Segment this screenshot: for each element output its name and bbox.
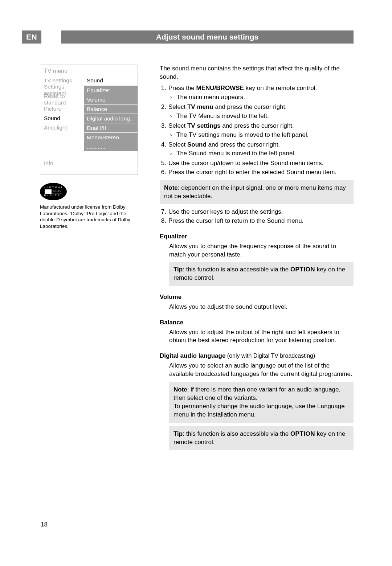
tv-menu-right-item: Balance <box>84 104 138 114</box>
note-text: : dependent on the input signal, one or … <box>164 184 346 200</box>
note-label: Note <box>164 184 178 191</box>
tv-menu-right-item: Mono/Stereo <box>84 132 138 142</box>
page-title: Adjust sound menu settings <box>61 30 354 44</box>
tv-menu-left-item: Reset to standard <box>40 95 84 104</box>
step-item: 2.Select TV menu and press the cursor ri… <box>160 103 354 121</box>
tv-menu-right-item: Equalizer <box>84 85 138 95</box>
dal-note-text: : if there is more than one variant for … <box>173 386 340 401</box>
step-bold: TV menu <box>187 103 213 110</box>
volume-paragraph: Allows you to adjust the sound output le… <box>169 303 354 311</box>
step-number: 7. <box>160 208 168 216</box>
dolby-block: V I R T U A L DOLBY D I G I T A L Manufa… <box>40 183 138 229</box>
tv-menu-info: Info <box>40 151 138 172</box>
steps-list-2: 7.Use the cursor keys to adjust the sett… <box>160 208 354 225</box>
section-body-volume: Allows you to adjust the sound output le… <box>160 303 354 311</box>
section-heading-equalizer: Equalizer <box>160 233 354 241</box>
page-body: TV menu TV settings Settings assistant R… <box>22 65 354 452</box>
step-sub-text: The TV settings menu is moved to the lef… <box>176 131 354 139</box>
dal-note-line2: To permanently change the audio language… <box>173 402 349 419</box>
language-tag: EN <box>22 30 41 44</box>
tip-box-equalizer: Tip: this function is also accessible vi… <box>169 262 354 286</box>
section-body-balance: Allows you to adjust the output of the r… <box>160 328 354 345</box>
tip-label: Tip <box>173 266 183 273</box>
section-body-equalizer: Allows you to change the frequency respo… <box>160 242 354 286</box>
page: EN Adjust sound menu settings TV menu TV… <box>0 0 392 566</box>
option-key: OPTION <box>290 430 315 437</box>
steps-list-1: 1.Press the MENU/BROWSE key on the remot… <box>160 84 354 177</box>
step-number: 4. <box>160 141 168 159</box>
option-key: OPTION <box>290 266 315 273</box>
tv-menu-box: TV menu TV settings Settings assistant R… <box>40 65 138 175</box>
tv-menu-right-item: ............ <box>84 142 138 151</box>
tv-menu-grid: TV settings Settings assistant Reset to … <box>40 76 138 151</box>
step-item: 8.Press the cursor left to return to the… <box>160 217 354 225</box>
step-sub-text: The Sound menu is moved to the left pane… <box>176 149 354 158</box>
step-number: 8. <box>160 217 168 225</box>
dolby-dd-row: DOLBY <box>45 189 62 194</box>
step-number: 6. <box>160 168 168 177</box>
section-heading-balance: Balance <box>160 319 354 327</box>
page-header: EN Adjust sound menu settings <box>22 30 354 44</box>
step-number: 5. <box>160 159 168 168</box>
equalizer-paragraph: Allows you to change the frequency respo… <box>169 242 354 259</box>
tv-menu-right-item: Volume <box>84 95 138 104</box>
step-body: Press the MENU/BROWSE key on the remote … <box>168 84 354 102</box>
tip-pre: : this function is also accessible via t… <box>183 266 290 273</box>
tv-menu-title: TV menu <box>40 65 138 76</box>
dolby-caption: Manufactured under license from Dolby La… <box>40 204 131 229</box>
step-sub: ▹The TV Menu is moved to the left. <box>168 112 354 120</box>
step-item: 5.Use the cursor up/down to select the S… <box>160 159 354 168</box>
step-body: Select Sound and press the cursor right.… <box>168 141 354 159</box>
step-body: Press the cursor left to return to the S… <box>168 217 354 225</box>
section-body-dal: Allows you to select an audio language o… <box>160 362 354 450</box>
tv-menu-left-col: TV settings Settings assistant Reset to … <box>40 76 84 151</box>
header-gap <box>41 30 61 44</box>
dolby-logo-top: V I R T U A L <box>44 186 63 189</box>
tv-menu-right-header: Sound <box>84 76 138 85</box>
right-column: The sound menu contains the settings tha… <box>160 65 354 452</box>
step-body: Use the cursor up/down to select the Sou… <box>168 159 354 168</box>
note-box-dal: Note: if there is more than one variant … <box>169 382 354 423</box>
triangle-right-icon: ▹ <box>168 93 176 101</box>
step-item: 4.Select Sound and press the cursor righ… <box>160 141 354 159</box>
tip-box-dal: Tip: this function is also accessible vi… <box>169 426 354 450</box>
step-number: 3. <box>160 122 168 140</box>
step-item: 6.Press the cursor right to enter the se… <box>160 168 354 177</box>
tv-menu-right-item: Dual I/II <box>84 123 138 132</box>
tv-menu-right-item: Digital audio lang.. <box>84 114 138 123</box>
step-item: 7.Use the cursor keys to adjust the sett… <box>160 208 354 216</box>
step-body: Select TV settings and press the cursor … <box>168 122 354 140</box>
dal-paren: (only with Digital TV broadcasting) <box>225 353 315 359</box>
section-heading-volume: Volume <box>160 293 354 302</box>
dolby-wordmark: DOLBY <box>52 190 62 193</box>
page-number: 18 <box>41 521 48 528</box>
intro-paragraph: The sound menu contains the settings tha… <box>160 65 354 81</box>
triangle-right-icon: ▹ <box>168 112 176 120</box>
tv-menu-left-item: Ambilight <box>40 123 84 132</box>
note-box: Note: dependent on the input signal, one… <box>160 180 354 204</box>
step-number: 1. <box>160 84 168 102</box>
balance-paragraph: Allows you to adjust the output of the r… <box>169 328 354 345</box>
tv-menu-left-item-selected: Sound <box>40 114 84 123</box>
dolby-d-left-icon <box>45 189 48 194</box>
step-number: 2. <box>160 103 168 121</box>
step-sub: ▹The main menu appears. <box>168 93 354 102</box>
dal-heading-text: Digital audio language <box>160 352 225 359</box>
triangle-right-icon: ▹ <box>168 149 176 157</box>
note-label: Note <box>173 386 187 393</box>
step-item: 1.Press the MENU/BROWSE key on the remot… <box>160 84 354 102</box>
dolby-d-right-icon <box>48 189 52 194</box>
step-body: Press the cursor right to enter the sele… <box>168 168 354 177</box>
section-heading-dal: Digital audio language (only with Digita… <box>160 352 354 360</box>
left-column: TV menu TV settings Settings assistant R… <box>40 65 138 452</box>
dal-note-line1: Note: if there is more than one variant … <box>173 386 349 402</box>
triangle-right-icon: ▹ <box>168 131 176 139</box>
step-body: Use the cursor keys to adjust the settin… <box>168 208 354 216</box>
step-bold: Sound <box>187 141 207 148</box>
step-bold: TV settings <box>187 122 221 129</box>
step-sub: ▹The TV settings menu is moved to the le… <box>168 131 354 139</box>
step-item: 3.Select TV settings and press the curso… <box>160 122 354 140</box>
dolby-logo-icon: V I R T U A L DOLBY D I G I T A L <box>40 183 67 200</box>
step-sub-text: The TV Menu is moved to the left. <box>176 112 354 120</box>
tv-menu-right-col: Sound Equalizer Volume Balance Digital a… <box>84 76 138 151</box>
